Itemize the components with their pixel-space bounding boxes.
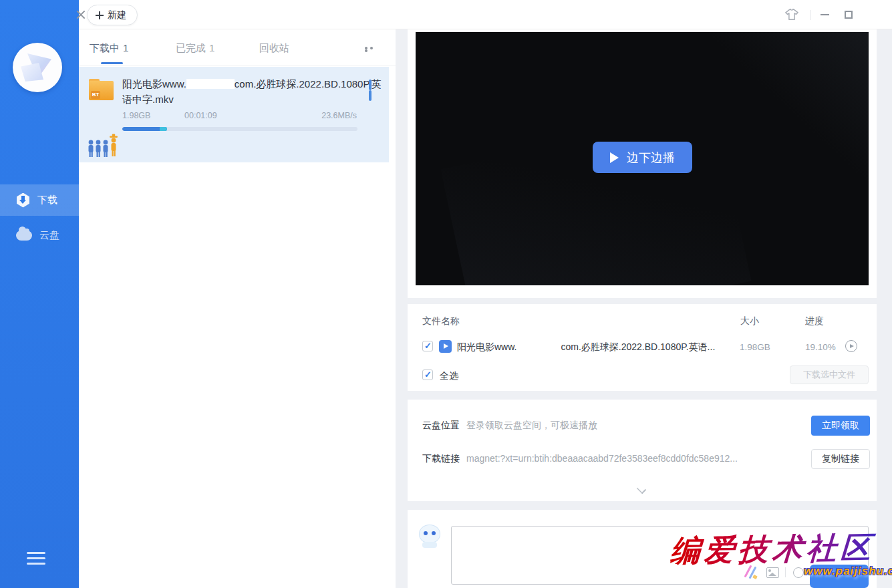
assistant-input[interactable] xyxy=(451,526,869,585)
detail-panel: 边下边播 文件名称 大小 进度 阳光电影www.com.必胜球探.2022.BD… xyxy=(396,29,892,588)
hamburger-icon[interactable] xyxy=(27,552,45,568)
robot-avatar xyxy=(417,522,442,549)
task-progress-fill xyxy=(122,127,167,131)
download-list-panel: 下载中1 已完成1 回收站 BT 阳光电影www.com.必胜球探.2022.B… xyxy=(79,29,396,588)
peers-icon xyxy=(88,134,120,159)
tab-count: 1 xyxy=(209,42,214,53)
tab-count: 1 xyxy=(123,42,128,53)
censored-text xyxy=(516,342,561,350)
file-list-card: 文件名称 大小 进度 阳光电影www.com.必胜球探.2022.BD.1080… xyxy=(408,304,877,391)
sidebar-item-label: 云盘 xyxy=(39,229,59,242)
topbar: 新建 xyxy=(79,0,892,29)
image-icon[interactable] xyxy=(766,567,779,578)
cloud-location-label: 云盘位置 xyxy=(422,420,460,432)
task-size: 1.98GB xyxy=(122,111,150,120)
file-row-size: 1.98GB xyxy=(740,342,770,352)
task-progress-bar xyxy=(122,127,357,131)
play-icon xyxy=(610,152,619,163)
download-link-label: 下载链接 xyxy=(422,453,460,465)
pause-icon[interactable] xyxy=(369,80,378,90)
active-tab-underline xyxy=(101,62,123,64)
copy-link-button[interactable]: 复制链接 xyxy=(811,449,870,469)
sidebar-item-download[interactable]: 下载 xyxy=(0,184,79,216)
file-row-progress: 19.10% xyxy=(805,342,836,352)
magnet-link-text: magnet:?xt=urn:btih:dbeaaacaabd72fe3583e… xyxy=(466,453,784,464)
file-row-checkbox[interactable] xyxy=(422,341,433,351)
pen-icon[interactable] xyxy=(745,565,760,579)
cloud-link-card: 云盘位置 登录领取云盘空间，可极速播放 立即领取 下载链接 magnet:?xt… xyxy=(408,400,877,501)
video-player[interactable]: 边下边播 xyxy=(416,32,869,285)
column-header-progress: 进度 xyxy=(805,315,824,327)
column-header-name: 文件名称 xyxy=(422,315,460,327)
download-shield-icon xyxy=(16,193,30,208)
column-header-size: 大小 xyxy=(740,315,759,327)
new-task-button[interactable]: 新建 xyxy=(87,5,138,25)
sidebar-item-label: 下载 xyxy=(37,194,57,206)
file-row-name: 阳光电影www.com.必胜球探.2022.BD.1080P.英语... xyxy=(457,341,724,353)
assistant-card xyxy=(408,510,877,588)
app-logo[interactable] xyxy=(13,43,62,92)
more-menu-icon[interactable] xyxy=(365,47,380,51)
send-button[interactable] xyxy=(810,565,869,588)
bt-folder-icon: BT xyxy=(89,79,114,100)
sidebar-item-cloud[interactable]: 云盘 xyxy=(0,220,79,251)
video-file-icon xyxy=(439,340,452,353)
sidebar: 下载 云盘 xyxy=(0,0,79,588)
minimize-icon[interactable] xyxy=(814,0,835,29)
chevron-down-icon[interactable] xyxy=(637,484,647,493)
task-filename: 阳光电影www.com.必胜球探.2022.BD.1080P.英语中字.mkv xyxy=(122,76,388,107)
new-task-label: 新建 xyxy=(108,9,126,21)
tab-recycle-bin[interactable]: 回收站 xyxy=(259,42,289,55)
plus-icon xyxy=(96,11,104,19)
cloud-icon xyxy=(16,231,32,241)
maximize-icon[interactable] xyxy=(839,0,859,29)
censored-text xyxy=(186,79,235,89)
theme-shirt-icon[interactable] xyxy=(782,0,802,29)
claim-now-button[interactable]: 立即领取 xyxy=(811,416,870,436)
download-selected-button[interactable]: 下载选中文件 xyxy=(790,365,869,384)
task-time-left: 00:01:09 xyxy=(184,111,217,120)
player-card: 边下边播 xyxy=(408,29,877,298)
select-all-checkbox[interactable] xyxy=(422,370,433,380)
cloud-location-hint: 登录领取云盘空间，可极速播放 xyxy=(466,420,597,432)
divider xyxy=(810,10,810,20)
tab-downloading[interactable]: 下载中1 xyxy=(90,42,128,55)
play-while-downloading-button[interactable]: 边下边播 xyxy=(593,142,692,173)
select-all-label: 全选 xyxy=(440,370,458,382)
download-task-item[interactable]: BT 阳光电影www.com.必胜球探.2022.BD.1080P.英语中字.m… xyxy=(79,67,389,162)
file-play-icon[interactable] xyxy=(845,340,857,352)
emoji-icon[interactable] xyxy=(793,567,804,578)
close-icon[interactable] xyxy=(71,0,91,29)
divider xyxy=(785,567,786,577)
task-speed: 23.6MB/s xyxy=(321,111,357,120)
tab-completed[interactable]: 已完成1 xyxy=(176,42,214,55)
tab-bar: 下载中1 已完成1 回收站 xyxy=(79,29,396,66)
video-sheen xyxy=(441,111,752,285)
